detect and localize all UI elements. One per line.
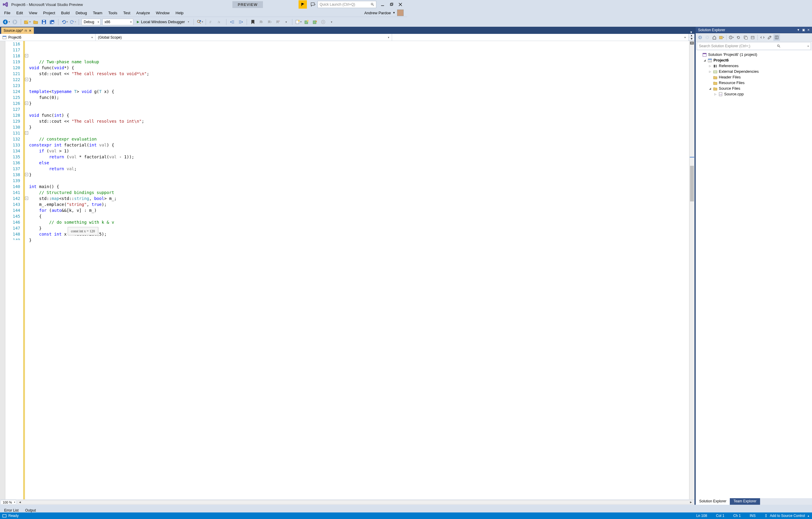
- fold-toggle[interactable]: −: [25, 197, 28, 200]
- menu-help[interactable]: Help: [173, 9, 187, 16]
- svg-line-2: [373, 5, 374, 6]
- intellisense-tooltip: const int x = 120: [68, 227, 98, 235]
- navigation-bar: Project6 (Global Scope) ▲ ✚: [0, 34, 407, 41]
- menu-analyze[interactable]: Analyze: [133, 9, 153, 16]
- title-bar: Project6 - Microsoft Visual Studio Previ…: [0, 0, 407, 9]
- svg-rect-17: [52, 22, 54, 23]
- code-editor[interactable]: 1161171181191201211221231241251261271281…: [0, 41, 407, 261]
- document-tab-strip: Source.cpp* ⊓ ✕ ▼: [0, 27, 407, 34]
- menu-test[interactable]: Test: [120, 9, 133, 16]
- breakpoint-margin[interactable]: [0, 41, 5, 261]
- menu-team[interactable]: Team: [90, 9, 105, 16]
- menu-edit[interactable]: Edit: [13, 9, 26, 16]
- save-button[interactable]: [41, 19, 47, 25]
- fold-toggle[interactable]: −: [25, 131, 28, 135]
- find-in-files-button[interactable]: ▾: [197, 19, 203, 25]
- quick-launch-input[interactable]: Quick Launch (Ctrl+Q): [318, 1, 376, 8]
- svg-point-9: [12, 20, 17, 24]
- svg-rect-14: [43, 20, 45, 21]
- svg-rect-20: [200, 20, 201, 22]
- search-icon: [371, 3, 374, 6]
- comment-button[interactable]: //: [209, 19, 215, 25]
- svg-point-26: [298, 20, 300, 22]
- svg-point-8: [3, 20, 8, 24]
- open-file-button[interactable]: [32, 19, 39, 25]
- notifications-flag-button[interactable]: [298, 0, 307, 9]
- svg-text:/x: /x: [218, 21, 220, 24]
- solution-config-dropdown[interactable]: Debug: [82, 19, 100, 25]
- code-body[interactable]: // Two-phase name lookupvoid func(void*)…: [25, 41, 407, 261]
- menu-tools[interactable]: Tools: [105, 9, 120, 16]
- toolbar-overflow2[interactable]: ▾: [328, 19, 335, 25]
- restore-button[interactable]: [387, 1, 395, 8]
- feedback-icon[interactable]: [310, 1, 317, 8]
- window-title: Project6 - Microsoft Visual Studio Previ…: [11, 2, 83, 7]
- menu-project[interactable]: Project: [40, 9, 58, 16]
- uncomment-button[interactable]: /x: [217, 19, 224, 25]
- menu-view[interactable]: View: [26, 9, 40, 16]
- clear-bookmarks-button[interactable]: [274, 19, 281, 25]
- svg-line-19: [199, 22, 201, 24]
- menu-file[interactable]: File: [1, 9, 13, 16]
- undo-button[interactable]: ▾: [61, 19, 68, 25]
- decrease-indent-button[interactable]: [229, 19, 236, 25]
- svg-rect-0: [311, 3, 314, 5]
- svg-text://: //: [209, 21, 211, 24]
- nav-scope-dropdown[interactable]: (Global Scope): [95, 34, 392, 41]
- standard-toolbar: ▾ ▾ ▾ ▾ Debug x86 ▶Local Windows Debugge…: [0, 17, 407, 27]
- svg-point-28: [307, 20, 309, 22]
- menu-bar: FileEditViewProjectBuildDebugTeamToolsTe…: [0, 9, 407, 17]
- document-tab[interactable]: Source.cpp* ⊓ ✕: [1, 27, 34, 34]
- svg-point-1: [371, 3, 373, 5]
- fold-toggle[interactable]: −: [25, 173, 28, 176]
- menu-window[interactable]: Window: [153, 9, 172, 16]
- svg-rect-29: [313, 21, 316, 24]
- svg-rect-13: [43, 22, 45, 24]
- svg-point-18: [197, 20, 200, 23]
- new-project-button[interactable]: ▾: [24, 19, 31, 25]
- preview-badge: PREVIEW: [232, 1, 263, 8]
- quick-launch-placeholder: Quick Launch (Ctrl+Q): [320, 2, 355, 6]
- tab-pin-icon[interactable]: ⊓: [25, 29, 27, 32]
- class-wizard-button[interactable]: [312, 19, 318, 25]
- start-debugging-button[interactable]: ▶Local Windows Debugger▾: [134, 19, 192, 25]
- svg-rect-4: [390, 4, 393, 6]
- add-class-button[interactable]: [303, 19, 310, 25]
- avatar[interactable]: [397, 9, 404, 16]
- svg-rect-5: [391, 3, 393, 5]
- vs-logo-icon: [2, 1, 8, 7]
- prev-bookmark-button[interactable]: [258, 19, 264, 25]
- bookmark-button[interactable]: [250, 19, 256, 25]
- svg-rect-33: [3, 36, 6, 37]
- solution-platform-dropdown[interactable]: x86: [103, 19, 133, 25]
- editor-pane: Source.cpp* ⊓ ✕ ▼ Project6 (Global Scope…: [0, 27, 407, 261]
- nav-back-button[interactable]: ▾: [3, 19, 10, 25]
- tab-label: Source.cpp*: [4, 29, 23, 33]
- svg-point-11: [27, 20, 28, 22]
- fold-toggle[interactable]: −: [25, 102, 28, 105]
- nav-project-dropdown[interactable]: Project6: [0, 34, 95, 41]
- increase-indent-button[interactable]: [237, 19, 244, 25]
- minimize-button[interactable]: [379, 1, 386, 8]
- line-number-gutter: 1161171181191201211221231241251261271281…: [5, 41, 23, 261]
- user-menu-chevron-icon[interactable]: ▼: [393, 11, 395, 14]
- toolbar-overflow1[interactable]: ▾: [283, 19, 289, 25]
- svg-point-31: [323, 21, 324, 23]
- nav-member-dropdown[interactable]: [392, 34, 407, 41]
- next-bookmark-button[interactable]: [266, 19, 273, 25]
- user-name-label[interactable]: Andrew Pardoe: [364, 11, 391, 15]
- menu-build[interactable]: Build: [58, 9, 73, 16]
- redo-button[interactable]: ▾: [69, 19, 76, 25]
- fold-toggle[interactable]: −: [25, 54, 28, 57]
- extensions-button[interactable]: [320, 19, 326, 25]
- save-all-button[interactable]: [49, 19, 56, 25]
- tab-close-icon[interactable]: ✕: [29, 29, 31, 33]
- new-item-button[interactable]: ▾: [295, 19, 301, 25]
- menu-debug[interactable]: Debug: [73, 9, 90, 16]
- nav-forward-button[interactable]: [11, 19, 18, 25]
- close-button[interactable]: [397, 1, 404, 8]
- fold-toggle[interactable]: −: [25, 78, 28, 81]
